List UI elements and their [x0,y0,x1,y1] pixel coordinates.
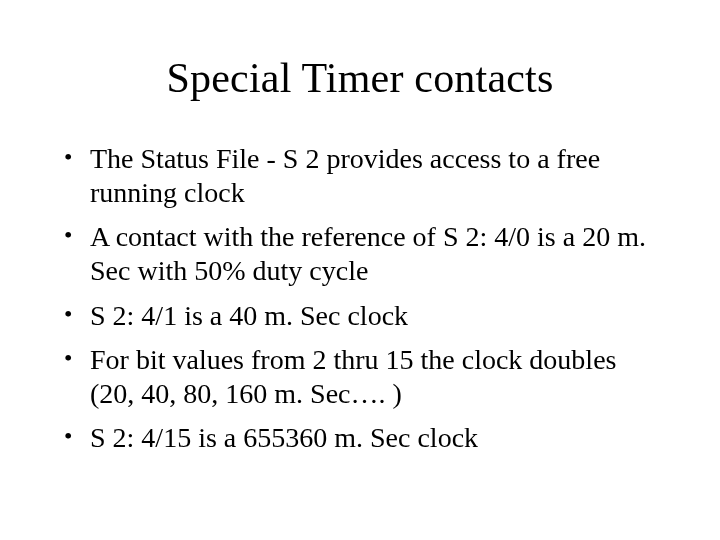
list-item: The Status File - S 2 provides access to… [60,142,664,210]
slide-title: Special Timer contacts [50,54,670,102]
slide: Special Timer contacts The Status File -… [0,0,720,540]
bullet-list: The Status File - S 2 provides access to… [50,142,670,455]
list-item: S 2: 4/1 is a 40 m. Sec clock [60,299,664,333]
list-item: A contact with the reference of S 2: 4/0… [60,220,664,288]
list-item: For bit values from 2 thru 15 the clock … [60,343,664,411]
list-item: S 2: 4/15 is a 655360 m. Sec clock [60,421,664,455]
